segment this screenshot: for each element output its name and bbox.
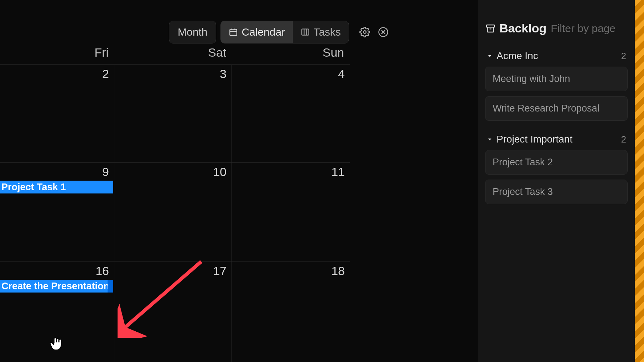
group-name: Project Important [497, 134, 572, 145]
day-number: 2 [102, 67, 109, 81]
group-count: 2 [621, 51, 626, 62]
day-cell[interactable]: 4 [232, 65, 350, 163]
week-row: 2 3 4 [0, 65, 350, 163]
week-row: 16 Create the Presentation 17 18 [0, 262, 350, 362]
day-cell[interactable]: 18 [232, 262, 350, 362]
day-header-sun: Sun [232, 43, 350, 64]
day-number: 3 [220, 67, 227, 81]
backlog-item[interactable]: Project Task 2 [485, 150, 628, 175]
calendar-icon [229, 27, 238, 37]
day-number: 16 [95, 264, 109, 278]
day-number: 18 [331, 264, 345, 278]
week-row: 9 Project Task 1 10 11 [0, 163, 350, 262]
filter-input[interactable] [551, 22, 644, 35]
backlog-title-text: Backlog [499, 21, 546, 35]
calendar-tab-label: Calendar [242, 26, 285, 38]
tab-tasks[interactable]: Tasks [293, 21, 349, 43]
day-cell[interactable]: 16 Create the Presentation [0, 262, 114, 362]
day-header-fri: Fri [0, 43, 114, 64]
backlog-title: Backlog [485, 21, 546, 35]
tasks-tab-label: Tasks [313, 26, 341, 38]
day-cell[interactable]: 3 [114, 65, 232, 163]
event-create-presentation[interactable]: Create the Presentation [0, 280, 113, 293]
backlog-group-project-important: Project Important 2 Project Task 2 Proje… [485, 131, 628, 204]
settings-button[interactable] [357, 24, 373, 40]
backlog-group-acme: Acme Inc 2 Meeting with John Write Resea… [485, 48, 628, 121]
chevron-down-icon [487, 53, 493, 59]
backlog-item[interactable]: Meeting with John [485, 67, 628, 91]
gear-icon [359, 27, 370, 37]
close-button[interactable] [375, 24, 391, 40]
day-number: 11 [331, 165, 345, 179]
day-headers-row: Fri Sat Sun [0, 43, 350, 65]
day-cell[interactable]: 9 Project Task 1 [0, 163, 114, 262]
svg-rect-0 [230, 29, 237, 35]
svg-rect-4 [302, 29, 309, 35]
toolbar: Month Calendar [169, 21, 391, 43]
edge-stripe [635, 0, 644, 362]
day-cell[interactable]: 2 [0, 65, 114, 163]
backlog-group-header[interactable]: Acme Inc 2 [485, 48, 628, 67]
sidebar-header: Backlog [485, 21, 628, 35]
event-project-task-1[interactable]: Project Task 1 [0, 181, 113, 193]
close-icon [378, 27, 389, 37]
day-cell[interactable]: 11 [232, 163, 350, 262]
backlog-item[interactable]: Project Task 3 [485, 180, 628, 204]
month-button[interactable]: Month [169, 21, 216, 43]
calendar-grid: Fri Sat Sun 2 3 4 9 Project Task 1 10 [0, 43, 350, 362]
day-number: 17 [213, 264, 227, 278]
svg-point-7 [363, 31, 366, 33]
tasks-icon [301, 27, 310, 37]
day-cell[interactable]: 17 [114, 262, 232, 362]
month-label: Month [178, 26, 207, 38]
group-name: Acme Inc [497, 50, 538, 62]
svg-rect-12 [487, 25, 495, 27]
backlog-item[interactable]: Write Research Proposal [485, 96, 628, 121]
day-cell[interactable]: 10 [114, 163, 232, 262]
group-count: 2 [621, 134, 626, 145]
day-number: 9 [102, 165, 109, 179]
chevron-down-icon [487, 136, 493, 143]
tab-calendar[interactable]: Calendar [221, 21, 293, 43]
day-number: 4 [338, 67, 345, 81]
backlog-sidebar: Backlog Acme Inc 2 Meeting with John Wri… [478, 0, 635, 362]
day-header-sat: Sat [114, 43, 232, 64]
archive-icon [485, 23, 496, 34]
backlog-group-header[interactable]: Project Important 2 [485, 131, 628, 150]
day-number: 10 [213, 165, 227, 179]
view-tabs: Calendar Tasks [220, 21, 349, 43]
